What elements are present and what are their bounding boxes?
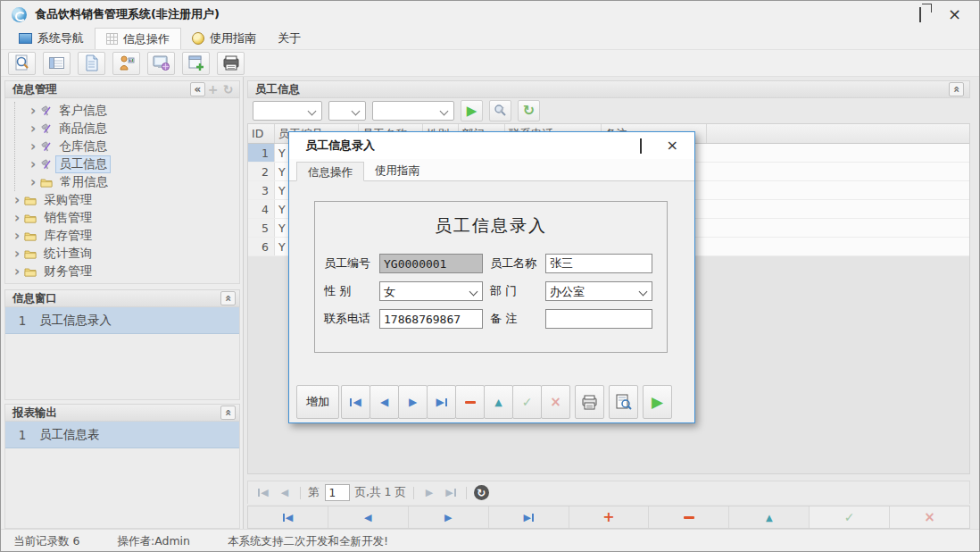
nav-post-button[interactable]: ✓	[810, 506, 889, 528]
document-icon	[84, 54, 100, 72]
page-last-button[interactable]: ▶	[443, 485, 459, 501]
refresh-icon: ↻	[477, 487, 486, 499]
department-select[interactable]: 办公室	[545, 281, 652, 301]
employee-code-field[interactable]	[379, 254, 483, 273]
info-windows-panel-body: 1 员工信息录入	[4, 307, 240, 400]
gender-select[interactable]: 女	[379, 281, 483, 301]
screen-view-button[interactable]	[147, 52, 175, 75]
expand-arrow-icon: ›	[30, 176, 36, 189]
menu-bar: 系统导航 信息操作 使用指南 关于	[1, 28, 979, 50]
dialog-print-button[interactable]	[575, 385, 604, 419]
info-windows-title: 信息窗口	[12, 291, 220, 306]
info-window-item-employee-entry[interactable]: 1 员工信息录入	[5, 307, 239, 334]
tree-item-finance-management[interactable]: › 财务管理	[5, 263, 239, 280]
dialog-cancel-button[interactable]: ×	[541, 385, 570, 419]
print-archive-button[interactable]	[217, 52, 245, 75]
tree-item-inventory-management[interactable]: › 库存管理	[5, 227, 239, 245]
report-output-panel-header: 报表输出 «	[4, 404, 240, 422]
dialog-close-button[interactable]: ×	[667, 140, 678, 151]
last-bar-icon	[532, 514, 534, 522]
sidebar-refresh-button[interactable]: ↻	[220, 82, 236, 96]
page-number-input[interactable]	[325, 484, 350, 501]
employee-name-field[interactable]	[545, 254, 652, 273]
close-button[interactable]: ×	[948, 8, 961, 21]
remark-field[interactable]	[545, 309, 652, 329]
search-records-button[interactable]	[8, 52, 36, 75]
tree-item-statistics-query[interactable]: › 统计查询	[5, 245, 239, 263]
phone-label: 联系电话	[324, 311, 379, 327]
tree-item-customer-info[interactable]: › 客户信息	[15, 102, 239, 120]
expand-arrow-icon: ›	[30, 140, 36, 154]
employee-stats-button[interactable]	[112, 52, 140, 75]
dialog-tab-info-operation[interactable]: 信息操作	[296, 162, 364, 181]
dialog-preview-button[interactable]	[609, 385, 638, 419]
nav-next-button[interactable]: ▶	[409, 506, 488, 528]
filter-value-select[interactable]	[372, 101, 454, 121]
page-prev-button[interactable]: ◀	[277, 485, 293, 501]
page-next-button[interactable]: ▶	[421, 485, 437, 501]
last-bar-icon	[445, 398, 447, 406]
menu-user-guide[interactable]: 使用指南	[181, 28, 267, 49]
sidebar-add-button[interactable]: +	[205, 82, 220, 96]
dialog-tab-user-guide[interactable]: 使用指南	[364, 161, 430, 180]
info-windows-collapse-button[interactable]: «	[220, 291, 236, 305]
dialog-next-button[interactable]: ▶	[398, 385, 428, 419]
edit-record-icon: ▲	[494, 397, 502, 408]
add-button[interactable]: 增加	[296, 385, 339, 419]
play-icon: ▶	[652, 395, 663, 410]
dialog-post-button[interactable]: ✓	[512, 385, 542, 419]
delete-record-icon	[465, 401, 476, 404]
filter-run-button[interactable]: ▶	[461, 100, 483, 121]
tree-item-label: 仓库信息	[56, 138, 110, 155]
dialog-prev-button[interactable]: ◀	[370, 385, 399, 419]
page-first-button[interactable]: ◀	[255, 485, 271, 501]
restore-button[interactable]	[919, 8, 921, 21]
table-view-button[interactable]	[43, 52, 71, 75]
dialog-title: 员工信息录入	[305, 138, 375, 154]
column-header-id[interactable]: ID	[248, 124, 275, 143]
tree-item-common-info[interactable]: › 常用信息	[15, 173, 239, 191]
tree-item-product-info[interactable]: › 商品信息	[15, 120, 239, 138]
dialog-last-button[interactable]: ▶	[427, 385, 456, 419]
tree-item-label: 财务管理	[41, 263, 95, 280]
nav-last-button[interactable]: ▶	[489, 506, 569, 528]
dialog-first-button[interactable]: ◀	[341, 385, 370, 419]
filter-operator-select[interactable]	[328, 101, 366, 121]
menu-about[interactable]: 关于	[267, 28, 311, 49]
nav-prev-button[interactable]: ◀	[328, 506, 408, 528]
tree-item-employee-info[interactable]: › 员工信息	[15, 155, 239, 173]
filter-search-button[interactable]	[489, 100, 511, 121]
tree-item-purchase-management[interactable]: › 采购管理	[5, 191, 239, 209]
report-item-employee-table[interactable]: 1 员工信息表	[5, 422, 239, 448]
dialog-run-button[interactable]: ▶	[643, 385, 672, 419]
tree-item-sales-management[interactable]: › 销售管理	[5, 209, 239, 227]
filter-field-select[interactable]	[253, 101, 322, 121]
add-record-icon: +	[602, 510, 614, 524]
menu-system-navigation[interactable]: 系统导航	[8, 28, 95, 49]
menu-label: 系统导航	[37, 30, 84, 46]
page-refresh-button[interactable]: ↻	[474, 485, 489, 500]
form-heading: 员工信息录入	[315, 214, 667, 238]
form-row: 员工编号 员工名称	[324, 254, 658, 273]
document-button[interactable]	[78, 52, 105, 75]
tree-item-warehouse-info[interactable]: › 仓库信息	[15, 138, 239, 155]
nav-delete-button[interactable]	[649, 506, 728, 528]
menu-label: 关于	[278, 30, 301, 46]
filter-refresh-button[interactable]: ↻	[518, 100, 540, 121]
tree-item-label: 库存管理	[41, 228, 95, 244]
nav-first-button[interactable]: ◀	[248, 506, 328, 528]
nav-cancel-button[interactable]: ×	[890, 506, 969, 528]
sidebar-collapse-button[interactable]: «	[190, 82, 205, 96]
add-window-button[interactable]	[182, 52, 210, 75]
dialog-maximize-button[interactable]	[640, 139, 642, 153]
phone-field[interactable]	[379, 309, 483, 329]
search-page-icon	[13, 54, 31, 72]
nav-edit-button[interactable]: ▲	[729, 506, 809, 528]
report-output-collapse-button[interactable]: «	[220, 406, 236, 420]
main-collapse-button[interactable]: «	[949, 82, 964, 96]
window-add-icon	[187, 54, 205, 71]
menu-info-operation[interactable]: 信息操作	[95, 28, 181, 49]
dialog-delete-button[interactable]	[455, 385, 485, 419]
dialog-edit-button[interactable]: ▲	[484, 385, 513, 419]
nav-add-button[interactable]: +	[569, 506, 649, 528]
